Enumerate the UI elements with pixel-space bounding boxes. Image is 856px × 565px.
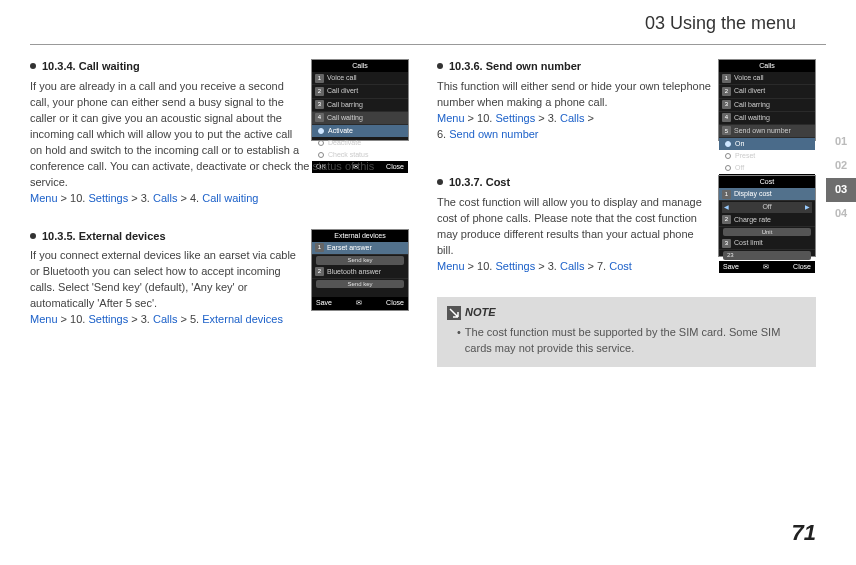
- note-box: NOTE • The cost function must be support…: [437, 297, 816, 367]
- heading: 10.3.7. Cost: [449, 175, 510, 191]
- section-call-waiting: Calls 1Voice call 2Call divert 3Call bar…: [30, 59, 409, 206]
- section-send-own-number: Calls 1Voice call 2Call divert 3Call bar…: [437, 59, 816, 145]
- body-text: This function will either send or hide y…: [437, 80, 711, 108]
- heading: 10.3.6. Send own number: [449, 59, 581, 75]
- body-text: The cost function will allow you to disp…: [437, 196, 702, 256]
- tab-04[interactable]: 04: [826, 202, 856, 226]
- bullet-icon: •: [457, 325, 461, 357]
- tab-02[interactable]: 02: [826, 154, 856, 178]
- section-cost: Cost 1Display cost ◀Off▶ 2Charge rate Un…: [437, 175, 816, 275]
- phone-title: Calls: [719, 60, 815, 72]
- note-arrow-icon: [447, 306, 461, 320]
- phone-title: Cost: [719, 176, 815, 188]
- chapter-tabs: 01 02 03 04: [826, 130, 856, 226]
- phone-screenshot-calls: Calls 1Voice call 2Call divert 3Call bar…: [311, 59, 409, 141]
- chapter-title: 03 Using the menu: [0, 0, 856, 36]
- heading: 10.3.4. Call waiting: [42, 59, 140, 75]
- phone-title: External devices: [312, 230, 408, 242]
- tab-03[interactable]: 03: [826, 178, 856, 202]
- section-external-devices: External devices 1Earset answer Send key…: [30, 229, 409, 329]
- note-text: The cost function must be supported by t…: [465, 325, 806, 357]
- note-label: NOTE: [465, 305, 496, 321]
- body-text: If you connect external devices like an …: [30, 249, 296, 309]
- phone-screenshot-send-number: Calls 1Voice call 2Call divert 3Call bar…: [718, 59, 816, 141]
- phone-title: Calls: [312, 60, 408, 72]
- phone-screenshot-external: External devices 1Earset answer Send key…: [311, 229, 409, 311]
- heading: 10.3.5. External devices: [42, 229, 166, 245]
- tab-01[interactable]: 01: [826, 130, 856, 154]
- divider: [30, 44, 826, 45]
- page-number: 71: [792, 517, 816, 549]
- phone-screenshot-cost: Cost 1Display cost ◀Off▶ 2Charge rate Un…: [718, 175, 816, 257]
